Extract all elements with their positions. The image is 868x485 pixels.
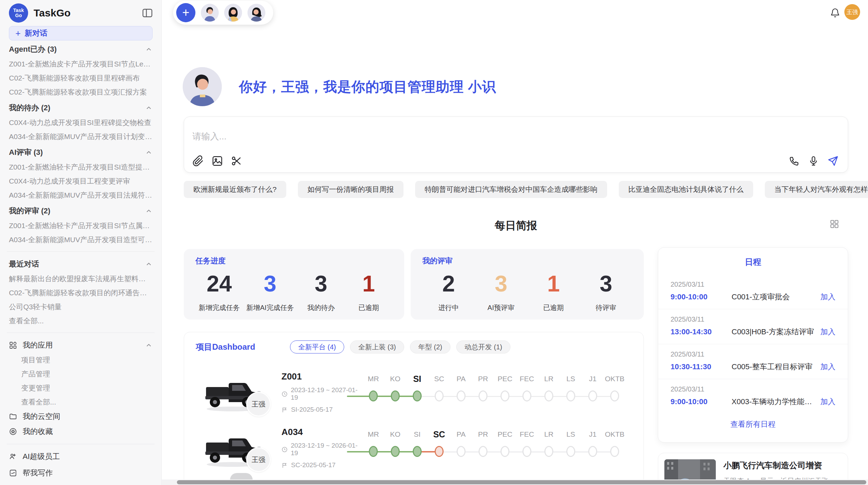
list-item[interactable]: C0X4-动力总成开发项目工程变更评审 xyxy=(9,174,153,188)
sidebar-item-help-me-write[interactable]: 帮我写作 xyxy=(9,465,153,481)
sidebar-item-my-apps[interactable]: 我的应用 xyxy=(9,338,153,353)
chevron-up-icon[interactable] xyxy=(145,104,153,112)
chevron-up-icon[interactable] xyxy=(145,207,153,215)
list-item[interactable]: 解释最新出台的欧盟报废车法规再生塑料比例被调至15%... xyxy=(9,272,153,286)
suggestion-chip[interactable]: 当下年轻人对汽车外观有怎样的喜好趋势 xyxy=(765,181,868,198)
sidebar-collapse-icon[interactable] xyxy=(142,8,153,18)
clock-icon xyxy=(281,391,288,397)
suggestion-chip[interactable]: 特朗普可能对进口汽车增税会对中国车企造成哪些影响 xyxy=(415,181,607,198)
stat-value: 3 xyxy=(586,272,627,296)
milestone-track: MR KO SI SC PA PR PEC FEC LR LS J1 OKTB xyxy=(362,427,626,462)
stat-value: 2 xyxy=(428,272,469,296)
view-all-link[interactable]: 查看全部... xyxy=(9,314,153,328)
add-contact-button[interactable]: + xyxy=(176,3,195,22)
schedule-event: 2025/03/11 10:30-11:30 C005-整车工程目标评审 加入 xyxy=(658,344,848,379)
milestone-label: SC xyxy=(428,371,450,386)
sidebar-item-change-mgmt[interactable]: 变更管理 xyxy=(9,381,153,395)
stat: 3 新增AI完成任务 xyxy=(246,272,294,312)
project-code: Z001 xyxy=(281,371,362,382)
chat-input[interactable] xyxy=(192,131,672,142)
scrollbar-thumb[interactable] xyxy=(177,480,866,484)
people-icon xyxy=(9,452,17,461)
stat: 3 我的待办 xyxy=(300,272,341,312)
section-header-my-todo[interactable]: 我的待办 (2) xyxy=(9,100,153,115)
tab-powertrain[interactable]: 动总开发 (1) xyxy=(456,340,510,353)
microphone-icon[interactable] xyxy=(808,156,819,166)
milestone-node xyxy=(391,446,400,457)
milestone-label: KO xyxy=(384,371,406,386)
suggestion-chip[interactable]: 欧洲新规最近颁布了什么? xyxy=(184,181,286,198)
list-item[interactable]: A034-全新新能源MUV产品开发项目法规符合性评审 xyxy=(9,188,153,202)
sidebar-item-project-mgmt[interactable]: 项目管理 xyxy=(9,353,153,367)
event-name: X003-车辆动力学性能验... xyxy=(732,397,816,407)
paperclip-icon[interactable] xyxy=(192,155,204,167)
user-avatar[interactable]: 王强 xyxy=(844,4,860,20)
list-item[interactable]: C02-飞腾新能源轻客改款项目里程碑画布 xyxy=(9,71,153,85)
milestone-label: PEC xyxy=(494,371,516,386)
list-item[interactable]: 公司Q3轻卡销量 xyxy=(9,300,153,314)
milestone-node xyxy=(522,390,531,401)
milestone-node xyxy=(544,446,553,457)
sidebar-item-creative-drawing[interactable]: 创意制图 xyxy=(9,482,153,485)
list-item[interactable]: C0X4-动力总成开发项目SI里程碑提交物检查 xyxy=(9,115,153,129)
chevron-up-icon[interactable] xyxy=(145,149,153,156)
logo-text-line1: Task xyxy=(13,8,24,13)
chevron-up-icon[interactable] xyxy=(145,341,153,349)
scissors-icon[interactable] xyxy=(231,155,242,167)
milestone-label: FEC xyxy=(516,371,538,386)
milestone-node xyxy=(369,390,378,401)
sidebar-item-label: 我的云空间 xyxy=(23,411,60,422)
avatar[interactable] xyxy=(201,4,219,22)
phone-call-icon[interactable] xyxy=(789,156,800,166)
view-all-link[interactable]: 查看全部... xyxy=(9,395,153,409)
milestone-label: PR xyxy=(472,371,494,386)
milestone-node xyxy=(610,390,619,401)
suggestion-chip[interactable]: 如何写一份清晰的项目周报 xyxy=(298,181,403,198)
input-attachments-toolbar xyxy=(192,155,242,167)
section-header-my-review[interactable]: 我的评审 (2) xyxy=(9,203,153,219)
section-header-agent-done[interactable]: Agent已办 (3) xyxy=(9,42,153,57)
stat-value: 3 xyxy=(300,272,341,296)
list-item[interactable]: C02-飞腾新能源轻客改款项目的闭环通告反馈情况 xyxy=(9,286,153,300)
tab-new-body[interactable]: 全新上装 (3) xyxy=(350,340,404,353)
join-link[interactable]: 加入 xyxy=(820,362,835,372)
image-upload-icon[interactable] xyxy=(212,155,223,167)
milestone-node xyxy=(501,390,509,401)
list-item[interactable]: A034-全新新能源MUV产品开发项目造型可行性评审 xyxy=(9,233,153,247)
milestone-label: SI xyxy=(406,427,428,442)
suggestion-chip[interactable]: 比亚迪全固态电池计划具体说了什么 xyxy=(619,181,753,198)
notification-bell-icon[interactable] xyxy=(830,8,840,18)
layout-grid-icon[interactable] xyxy=(830,219,839,229)
logo-text-line2: Go xyxy=(15,13,22,18)
join-link[interactable]: 加入 xyxy=(820,327,835,337)
sidebar-item-cloud-space[interactable]: 我的云空间 xyxy=(9,409,153,424)
chevron-up-icon[interactable] xyxy=(145,46,153,53)
list-item[interactable]: A034-全新新能源MUV产品开发项目计划变更表编写 xyxy=(9,129,153,144)
daily-brief-title: 每日简报 xyxy=(184,219,848,233)
sidebar-item-ai-super-staff[interactable]: AI超级员工 xyxy=(9,449,153,464)
tab-new-platform[interactable]: 全新平台 (4) xyxy=(290,340,344,353)
view-all-schedule-link[interactable]: 查看所有日程 xyxy=(658,419,848,430)
tab-model-year[interactable]: 年型 (2) xyxy=(410,340,450,353)
chevron-up-icon[interactable] xyxy=(145,260,153,268)
new-chat-button[interactable]: + 新对话 xyxy=(9,26,153,40)
avatar[interactable] xyxy=(248,4,265,22)
project-row[interactable]: 王强 A034 2023-12-19 ~ 2026-01-19 SC-2025-… xyxy=(184,422,643,477)
avatar[interactable] xyxy=(224,4,242,22)
list-item[interactable]: Z001-全新燃油轻卡产品开发项目SI节点属性5D文件评审 xyxy=(9,219,153,233)
horizontal-scrollbar[interactable] xyxy=(162,480,868,485)
write-icon xyxy=(9,469,17,477)
project-row[interactable]: 王强 Z001 2023-12-19 ~ 2027-01-19 SI-2025-… xyxy=(184,366,643,422)
sidebar-item-product-mgmt[interactable]: 产品管理 xyxy=(9,367,153,381)
task-progress-card: 任务进度 24 新增完成任务 3 新增AI完成任务 3 我的待办 1 已逾期 xyxy=(184,249,404,320)
sidebar-item-favorites[interactable]: 我的收藏 xyxy=(9,424,153,439)
send-icon[interactable] xyxy=(827,155,839,167)
section-header-ai-review[interactable]: AI评审 (3) xyxy=(9,145,153,160)
stat-label: 我的待办 xyxy=(300,303,341,312)
join-link[interactable]: 加入 xyxy=(820,397,835,407)
list-item[interactable]: Z001-全新燃油轻卡产品开发项目SI造型提交物评审 xyxy=(9,160,153,174)
list-item[interactable]: C02-飞腾新能源轻客改款项目立项汇报方案 xyxy=(9,85,153,99)
join-link[interactable]: 加入 xyxy=(820,292,835,302)
section-header-recent[interactable]: 最近对话 xyxy=(9,257,153,272)
list-item[interactable]: Z001-全新燃油皮卡产品开发项目SI节点Lesson Learn报告 xyxy=(9,57,153,71)
